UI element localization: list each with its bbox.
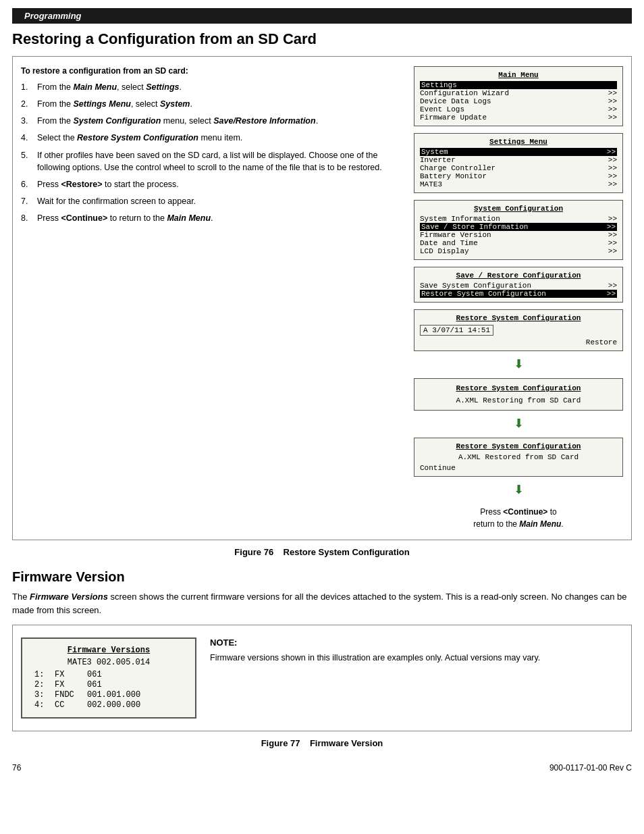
fw-lcd-row: 3: FNDC 001.001.000 xyxy=(34,690,183,700)
step-number: 2. xyxy=(21,98,33,110)
list-item: 4. Select the Restore System Configurati… xyxy=(21,132,403,144)
lcd-menu-item: LCD Display >> xyxy=(420,247,617,255)
figure-76-caption: Figure 76 Restore System Configuration xyxy=(12,547,632,557)
lcd-item-label: MATE3 xyxy=(420,180,442,188)
lcd-item-label: Event Logs xyxy=(420,105,464,113)
lcd-item-label: LCD Display xyxy=(420,247,469,255)
note-text: Firmware versions shown in this illustra… xyxy=(210,652,623,664)
restored-title: Restore System Configuration xyxy=(420,442,617,450)
lcd-item-arrows: >> xyxy=(607,290,616,298)
save-restore-lcd: Save / Restore Configuration Save System… xyxy=(414,267,623,303)
restoring-title: Restore System Configuration xyxy=(420,384,617,392)
lcd-item-arrows: >> xyxy=(608,172,617,180)
firmware-note: NOTE: Firmware versions shown in this il… xyxy=(210,637,623,664)
instructions-column: To restore a configuration from an SD ca… xyxy=(21,66,403,530)
lcd-menu-item: Inverter >> xyxy=(420,156,617,164)
lcd-menu-item: System >> xyxy=(420,148,617,156)
instructions-title: To restore a configuration from an SD ca… xyxy=(21,66,403,76)
lcd-item-arrows: >> xyxy=(608,180,617,188)
list-item: 7. Wait for the confirmation screen to a… xyxy=(21,195,403,207)
lcd-item-label: Device Data Logs xyxy=(420,97,491,105)
fw-device-num: 4: xyxy=(34,700,49,710)
step-number: 8. xyxy=(21,212,33,224)
system-config-lcd: System Configuration System Information … xyxy=(414,200,623,260)
figure-77-label: Figure 77 xyxy=(261,738,300,748)
restored-continue-label: Continue xyxy=(420,464,617,472)
lcd-item-label: Inverter xyxy=(420,156,456,164)
fw-device-num: 1: xyxy=(34,670,49,679)
lcd-item-arrows: >> xyxy=(608,247,617,255)
lcd-menu-title: Main Menu xyxy=(420,71,617,79)
main-content-box: To restore a configuration from an SD ca… xyxy=(12,56,632,540)
list-item: 1. From the Main Menu, select Settings. xyxy=(21,81,403,93)
lcd-screens-column: Main Menu Settings Configuration Wizard … xyxy=(414,66,623,530)
lcd-menu-item: System Information >> xyxy=(420,215,617,223)
restoring-lcd: Restore System Configuration A.XML Resto… xyxy=(414,378,623,411)
fw-device-version: 001.001.000 xyxy=(87,690,140,700)
fw-device-type: CC xyxy=(55,700,82,710)
step-number: 3. xyxy=(21,115,33,127)
settings-menu-lcd: Settings Menu System >> Inverter >> Char… xyxy=(414,133,623,193)
lcd-item-label: Firmware Version xyxy=(420,231,491,239)
step-text: Select the Restore System Configuration … xyxy=(37,132,403,144)
list-item: 3. From the System Configuration menu, s… xyxy=(21,115,403,127)
note-label: NOTE: xyxy=(210,637,623,648)
step-text: From the System Configuration menu, sele… xyxy=(37,115,403,127)
step-number: 4. xyxy=(21,132,33,144)
lcd-item-label: Save System Configuration xyxy=(420,282,531,290)
firmware-version-section-title: Firmware Version xyxy=(12,569,632,585)
step-text: If other profiles have been saved on the… xyxy=(37,149,403,174)
lcd-item-arrows: >> xyxy=(607,148,616,156)
lcd-item-label: System xyxy=(421,148,448,156)
lcd-menu-item: Firmware Version >> xyxy=(420,231,617,239)
lcd-item-label: Firmware Update xyxy=(420,113,487,122)
lcd-menu-item: Restore System Configuration >> xyxy=(420,290,617,298)
lcd-menu-item: Battery Monitor >> xyxy=(420,172,617,180)
lcd-menu-item: Firmware Update >> xyxy=(420,113,617,122)
fw-device-version: 002.000.000 xyxy=(87,700,140,710)
firmware-versions-lcd: Firmware Versions MATE3 002.005.014 1: F… xyxy=(21,637,196,719)
lcd-item-label: Save / Store Information xyxy=(421,223,528,231)
lcd-menu-title: Settings Menu xyxy=(420,138,617,146)
figure-77-title: Firmware Version xyxy=(310,738,383,748)
fw-device-type: FNDC xyxy=(55,690,82,700)
lcd-menu-item: Event Logs >> xyxy=(420,105,617,113)
restored-text: A.XML Restored from SD Card xyxy=(420,453,617,461)
fw-lcd-row: 2: FX 061 xyxy=(34,680,183,689)
lcd-item-label: Configuration Wizard xyxy=(420,89,509,97)
lcd-item-arrows: >> xyxy=(608,164,617,172)
step-number: 6. xyxy=(21,178,33,190)
fw-device-num: 2: xyxy=(34,680,49,689)
press-continue-text: Press <Continue> to return to the Main M… xyxy=(414,506,623,530)
lcd-item-arrows: >> xyxy=(607,223,616,231)
lcd-item-label: Date and Time xyxy=(420,239,478,247)
page-footer: 76 900-0117-01-00 Rev C xyxy=(12,763,632,773)
figure-76-label: Figure 76 xyxy=(234,547,273,557)
step-number: 5. xyxy=(21,149,33,174)
arrow-down-icon-1: ⬇ xyxy=(414,358,623,371)
steps-list: 1. From the Main Menu, select Settings. … xyxy=(21,81,403,224)
fw-device-version: 061 xyxy=(87,670,102,679)
step-text: Press <Continue> to return to the Main M… xyxy=(37,212,403,224)
restore-button-label: Restore xyxy=(420,338,617,346)
list-item: 5. If other profiles have been saved on … xyxy=(21,149,403,174)
lcd-item-arrows: >> xyxy=(608,282,617,290)
figure-76-title: Restore System Configuration xyxy=(284,547,410,557)
step-text: Wait for the confirmation screen to appe… xyxy=(37,195,403,207)
step-number: 7. xyxy=(21,195,33,207)
step-text: Press <Restore> to start the process. xyxy=(37,178,403,190)
programming-header: Programming xyxy=(12,8,632,24)
step-text: From the Main Menu, select Settings. xyxy=(37,81,403,93)
fw-lcd-row: 4: CC 002.000.000 xyxy=(34,700,183,710)
restored-lcd: Restore System Configuration A.XML Resto… xyxy=(414,438,623,477)
list-item: 2. From the Settings Menu, select System… xyxy=(21,98,403,110)
lcd-item-arrows: >> xyxy=(608,215,617,223)
lcd-item-label: System Information xyxy=(420,215,500,223)
lcd-item-label: Restore System Configuration xyxy=(421,290,546,298)
firmware-version-description: The Firmware Versions screen shows the c… xyxy=(12,590,632,617)
list-item: 6. Press <Restore> to start the process. xyxy=(21,178,403,190)
lcd-menu-item: Save / Store Information >> xyxy=(420,223,617,231)
main-menu-lcd: Main Menu Settings Configuration Wizard … xyxy=(414,66,623,126)
lcd-menu-item: Save System Configuration >> xyxy=(420,282,617,290)
fw-device-version: 061 xyxy=(87,680,102,689)
